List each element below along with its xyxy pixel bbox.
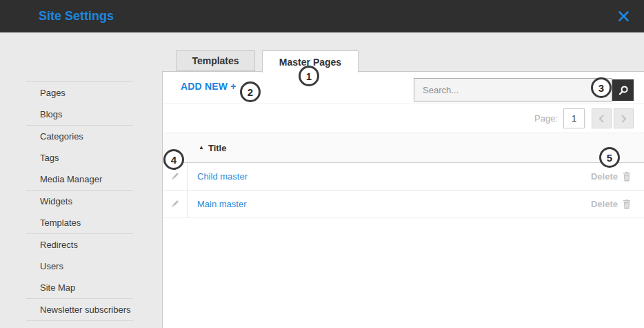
sidebar-item-users[interactable]: Users [0, 255, 162, 277]
add-new-button[interactable]: ADD NEW + [181, 81, 237, 92]
annotation-circle-5: 5 [599, 147, 620, 168]
sidebar-item-widgets[interactable]: Widgets [0, 191, 162, 212]
search-input[interactable] [414, 78, 612, 102]
master-page-link[interactable]: Main master [197, 199, 247, 209]
row-title-cell: Child master [188, 163, 248, 190]
delete-label: Delete [591, 171, 618, 182]
delete-button[interactable]: Delete [591, 191, 644, 218]
sidebar-item-newsletter-subscribers[interactable]: Newsletter subscribers [0, 299, 162, 320]
row-title-cell: Main master [188, 191, 247, 218]
sidebar-item-blogs[interactable]: Blogs [0, 104, 162, 125]
page-number-input[interactable] [563, 108, 585, 128]
master-pages-panel: ADD NEW + Page: [162, 71, 644, 328]
delete-label: Delete [591, 199, 618, 209]
sidebar-item-tags[interactable]: Tags [0, 147, 162, 168]
sidebar-item-templates[interactable]: Templates [0, 212, 162, 233]
table-row: Child master Delete [163, 163, 644, 191]
title-column-header[interactable]: ▲ Title [163, 133, 644, 163]
pencil-icon [170, 171, 180, 182]
sidebar-divider [26, 320, 133, 321]
table-row: Main master Delete [163, 191, 644, 218]
annotation-circle-4: 4 [163, 149, 184, 170]
column-label-title: Title [208, 143, 227, 153]
search-button[interactable] [612, 79, 634, 101]
chevron-right-icon [621, 115, 627, 123]
sidebar-item-media-manager[interactable]: Media Manager [0, 168, 162, 190]
pagination-row: Page: [163, 104, 644, 133]
tab-templates[interactable]: Templates [176, 50, 255, 71]
close-icon[interactable] [618, 11, 629, 21]
trash-icon [623, 172, 631, 182]
settings-sidebar: Pages Blogs Categories Tags Media Manage… [0, 32, 162, 321]
sidebar-item-pages[interactable]: Pages [0, 82, 162, 104]
magnifier-icon [618, 85, 629, 96]
trash-icon [623, 200, 631, 209]
sidebar-item-redirects[interactable]: Redirects [0, 234, 162, 255]
sidebar-item-categories[interactable]: Categories [0, 126, 162, 147]
triangle-up-icon: ▲ [199, 145, 204, 151]
annotation-circle-3: 3 [591, 77, 612, 98]
annotation-circle-2: 2 [240, 81, 261, 102]
next-page-button[interactable] [614, 108, 634, 128]
annotation-circle-1: 1 [299, 66, 319, 86]
sidebar-item-site-map[interactable]: Site Map [0, 277, 162, 298]
header-bar: Site Settings [0, 0, 644, 32]
toolbar-row: ADD NEW + [163, 72, 644, 104]
edit-button[interactable] [163, 191, 188, 218]
prev-page-button[interactable] [592, 108, 612, 128]
pencil-icon [170, 199, 180, 209]
row-spacer [248, 163, 591, 190]
row-spacer [247, 191, 591, 218]
page-title: Site Settings [39, 0, 114, 32]
delete-button[interactable]: Delete [591, 163, 644, 190]
master-page-link[interactable]: Child master [197, 171, 248, 182]
chevron-left-icon [598, 115, 605, 123]
site-settings-window: Site Settings Pages Blogs Categories Tag… [0, 0, 644, 328]
page-label: Page: [534, 113, 558, 124]
